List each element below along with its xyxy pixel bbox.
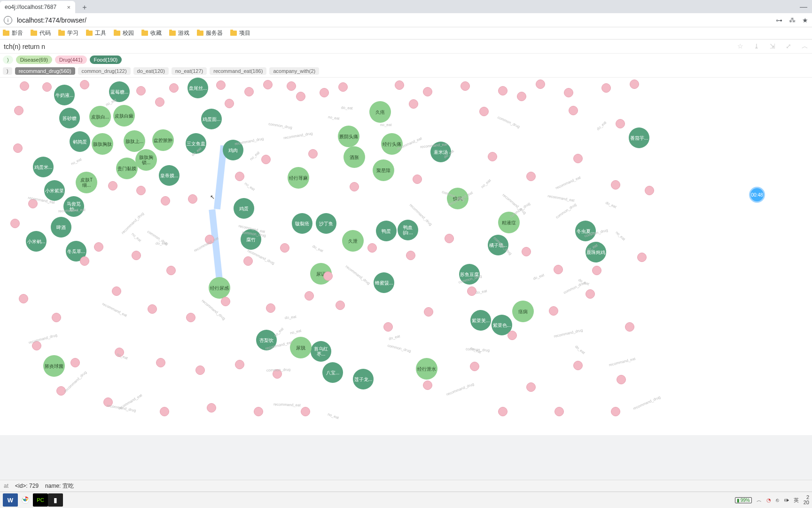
rel-label-badge[interactable]: do_eat(120) bbox=[133, 67, 169, 75]
graph-node[interactable] bbox=[320, 88, 329, 97]
graph-node[interactable] bbox=[526, 382, 536, 392]
graph-node[interactable] bbox=[630, 79, 639, 89]
pin-icon[interactable]: ⇲ bbox=[770, 42, 775, 51]
graph-node[interactable] bbox=[406, 251, 415, 260]
graph-node[interactable] bbox=[413, 175, 422, 184]
graph-node[interactable] bbox=[10, 219, 20, 228]
graph-node[interactable] bbox=[161, 196, 170, 206]
wifi-icon[interactable]: ⎋ bbox=[776, 497, 779, 503]
node-label-badge[interactable]: ) bbox=[3, 56, 13, 64]
graph-node[interactable] bbox=[221, 297, 230, 306]
graph-node[interactable]: 三文鱼盖 bbox=[186, 133, 206, 154]
graph-node[interactable]: 牛奶液... bbox=[54, 85, 75, 105]
graph-node[interactable] bbox=[367, 243, 377, 253]
ime-indicator[interactable]: 英 bbox=[794, 497, 799, 504]
rel-label-badge[interactable]: recommand_drug(560) bbox=[15, 67, 75, 75]
graph-node[interactable] bbox=[526, 172, 536, 181]
graph-node[interactable]: 皮肤白... bbox=[89, 106, 111, 127]
minimize-icon[interactable]: — bbox=[795, 1, 812, 13]
graph-node[interactable] bbox=[235, 172, 244, 181]
graph-node[interactable] bbox=[409, 99, 418, 109]
graph-node[interactable]: 冬虫夏... bbox=[575, 221, 596, 241]
graph-node[interactable]: 腐竹 bbox=[241, 229, 261, 250]
graph-node[interactable] bbox=[19, 294, 28, 303]
graph-node[interactable] bbox=[235, 360, 244, 369]
graph-node[interactable]: 皮肤T细... bbox=[76, 172, 97, 193]
bookmark-item[interactable]: 代码 bbox=[31, 29, 51, 37]
graph-node[interactable] bbox=[601, 83, 611, 93]
graph-node[interactable]: 沙丁鱼 bbox=[316, 213, 336, 234]
graph-node[interactable] bbox=[569, 106, 578, 115]
graph-node[interactable] bbox=[395, 80, 404, 90]
graph-node[interactable] bbox=[280, 243, 289, 253]
graph-node[interactable] bbox=[243, 256, 253, 266]
graph-node[interactable] bbox=[573, 361, 583, 370]
node-label-badge[interactable]: Food(190) bbox=[90, 56, 122, 64]
graph-node[interactable] bbox=[205, 235, 214, 244]
volume-icon[interactable]: 🕪 bbox=[784, 497, 789, 503]
graph-node[interactable] bbox=[479, 107, 489, 116]
graph-node[interactable] bbox=[350, 182, 359, 191]
graph-node[interactable]: 脓炎球菌 bbox=[43, 355, 65, 377]
graph-node[interactable] bbox=[549, 306, 558, 316]
graph-node[interactable]: 鹿珠炖鸡 bbox=[586, 242, 606, 262]
app-chrome[interactable] bbox=[18, 493, 33, 507]
graph-node[interactable]: 橘子墙... bbox=[488, 235, 508, 255]
app-word[interactable]: W bbox=[3, 493, 18, 507]
graph-node[interactable]: 经行头痛 bbox=[381, 133, 403, 155]
graph-node[interactable]: 蜂蜜菠... bbox=[374, 272, 394, 293]
graph-node[interactable] bbox=[445, 234, 454, 243]
graph-node[interactable] bbox=[536, 79, 545, 89]
graph-node[interactable] bbox=[296, 92, 305, 101]
graph-node[interactable]: 皇帝膜... bbox=[159, 165, 180, 186]
graph-node[interactable] bbox=[611, 407, 620, 416]
graph-node[interactable]: 杏梨饮 bbox=[256, 330, 277, 350]
expand-icon[interactable]: ⤢ bbox=[786, 42, 791, 51]
bookmark-item[interactable]: 收藏 bbox=[141, 29, 162, 37]
graph-node[interactable] bbox=[160, 407, 169, 416]
graph-node[interactable] bbox=[287, 81, 296, 91]
graph-node[interactable] bbox=[136, 86, 146, 95]
graph-node[interactable] bbox=[52, 313, 61, 322]
graph-node[interactable] bbox=[155, 97, 164, 107]
graph-node[interactable] bbox=[498, 86, 508, 95]
graph-node[interactable]: 小米紫菜 bbox=[44, 180, 65, 201]
site-info-icon[interactable]: i bbox=[4, 16, 12, 24]
graph-node[interactable] bbox=[108, 181, 117, 190]
graph-node[interactable] bbox=[498, 407, 508, 416]
graph-node[interactable]: 经行荨麻 bbox=[288, 167, 309, 189]
graph-node[interactable] bbox=[611, 180, 620, 190]
graph-node[interactable]: 盘尾丝... bbox=[187, 78, 208, 98]
graph-node[interactable] bbox=[166, 266, 176, 275]
graph-node[interactable] bbox=[301, 407, 310, 416]
graph-node[interactable]: 啤酒 bbox=[51, 217, 71, 238]
graph-node[interactable] bbox=[517, 92, 526, 101]
graph-node[interactable] bbox=[261, 155, 271, 164]
graph-node[interactable] bbox=[617, 375, 626, 384]
graph-node[interactable] bbox=[263, 80, 273, 89]
graph-node[interactable] bbox=[195, 365, 205, 375]
rel-label-badge[interactable]: acompany_with(2) bbox=[269, 67, 319, 75]
graph-node[interactable]: 久疮 bbox=[369, 101, 391, 123]
graph-node[interactable] bbox=[338, 82, 348, 92]
graph-canvas[interactable]: 00:48 ↖ 牛奶液...蓝莓糖...盘尾丝...苏砂糖鸡蛋面...鹌鹑蛋三文… bbox=[0, 78, 812, 435]
graph-node[interactable] bbox=[156, 358, 165, 367]
bookmark-item[interactable]: 影音 bbox=[3, 29, 23, 37]
graph-node[interactable]: 八宝... bbox=[322, 362, 343, 383]
graph-node[interactable] bbox=[383, 322, 393, 332]
graph-node[interactable] bbox=[424, 307, 433, 317]
graph-node[interactable] bbox=[207, 403, 216, 413]
bookmark-item[interactable]: 项目 bbox=[230, 29, 250, 37]
graph-node[interactable] bbox=[225, 99, 234, 108]
graph-node[interactable]: 腺肽胸锁... bbox=[135, 149, 157, 171]
graph-node[interactable]: 痉病 bbox=[512, 301, 534, 322]
app-pycharm[interactable]: PC bbox=[33, 493, 48, 507]
graph-node[interactable] bbox=[423, 87, 432, 96]
graph-node[interactable] bbox=[56, 386, 66, 396]
graph-node[interactable]: 鸡蛋米... bbox=[33, 157, 54, 177]
app-terminal[interactable]: ▮ bbox=[48, 493, 63, 507]
graph-node[interactable]: 贵门黏膜 bbox=[116, 158, 138, 179]
graph-node[interactable]: 薏米汤 bbox=[430, 142, 451, 162]
graph-node[interactable] bbox=[467, 286, 476, 296]
graph-node[interactable] bbox=[336, 301, 345, 310]
